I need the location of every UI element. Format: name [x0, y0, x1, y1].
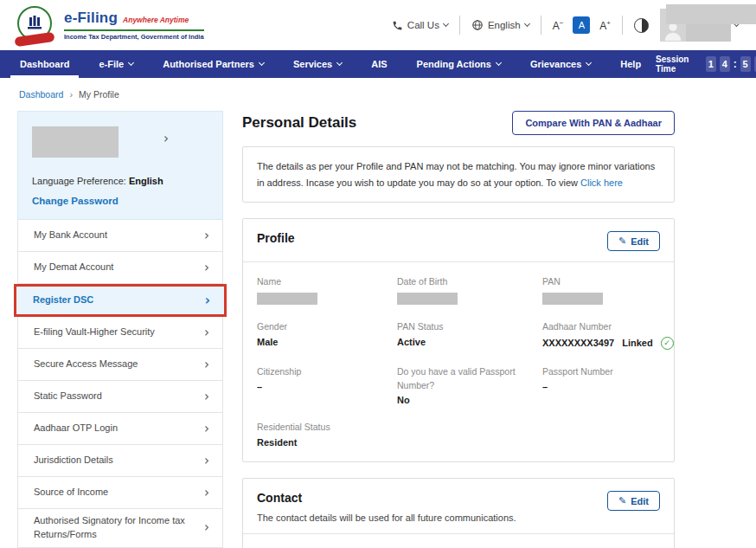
- field-pan-status: PAN Status Active: [397, 320, 542, 350]
- sidebar-item-my-bank-account[interactable]: My Bank Account›: [17, 219, 223, 252]
- divider: [459, 16, 460, 35]
- nav-e-file[interactable]: e-File: [84, 50, 148, 78]
- phone-icon: [392, 20, 403, 31]
- brand-tagline: Anywhere Anytime: [123, 16, 189, 24]
- efiling-logo: e-Filing Anywhere Anytime Income Tax Dep…: [16, 4, 204, 46]
- sidebar-item-source-of-income[interactable]: Source of Income›: [17, 476, 223, 509]
- profile-edit-button[interactable]: ✎ Edit: [607, 231, 660, 251]
- session-digit: 1: [706, 56, 716, 72]
- chevron-right-icon: ›: [204, 422, 209, 435]
- chevron-right-icon: ›: [204, 261, 209, 274]
- click-here-link[interactable]: Click here: [580, 177, 623, 188]
- chevron-right-icon: ›: [204, 229, 209, 242]
- redacted-header-block: [666, 4, 756, 24]
- nav-help[interactable]: Help: [605, 50, 656, 78]
- session-digit: 5: [740, 56, 751, 72]
- language-preference: Language Preference: English: [32, 176, 208, 186]
- contact-section-title: Contact: [257, 491, 516, 505]
- chevron-down-icon: [524, 21, 530, 27]
- nav-pending-actions[interactable]: Pending Actions: [402, 50, 516, 78]
- content: › Language Preference: English Change Pa…: [0, 107, 756, 548]
- session-colon: :: [734, 58, 737, 70]
- compare-pan-aadhaar-button[interactable]: Compare With PAN & Aadhaar: [512, 111, 675, 135]
- chevron-down-icon: [336, 60, 343, 66]
- main-content: Personal Details Compare With PAN & Aadh…: [242, 111, 675, 548]
- font-normal-button[interactable]: A: [573, 16, 590, 34]
- chevron-right-icon: ›: [205, 294, 210, 307]
- globe-icon: [471, 19, 484, 31]
- font-increase-button[interactable]: A+: [599, 19, 611, 32]
- pencil-icon: ✎: [618, 235, 626, 247]
- field-name: Name: [257, 275, 397, 305]
- contrast-toggle-icon[interactable]: [634, 18, 649, 33]
- chevron-right-icon: ›: [204, 326, 209, 339]
- profile-section-title: Profile: [257, 231, 295, 245]
- chevron-right-icon: ›: [204, 455, 209, 467]
- main-navbar: Dashboard e-File Authorised Partners Ser…: [0, 50, 756, 78]
- nav-authorised-partners[interactable]: Authorised Partners: [148, 50, 279, 78]
- language-label: English: [488, 20, 521, 30]
- nav-dashboard[interactable]: Dashboard: [5, 50, 84, 78]
- font-decrease-button[interactable]: A−: [553, 19, 564, 32]
- sidebar-menu: My Bank Account› My Demat Account› Regis…: [17, 219, 223, 548]
- linked-check-icon: ✓: [661, 337, 674, 350]
- breadcrumb-dashboard-link[interactable]: Dashboard: [19, 89, 63, 100]
- sidebar-item-aadhaar-otp-login[interactable]: Aadhaar OTP Login›: [17, 412, 223, 445]
- linked-badge: Linked: [622, 338, 652, 348]
- session-digit: 4: [720, 56, 730, 72]
- redacted-user-name: [32, 126, 119, 158]
- session-time-label: Session Time: [656, 55, 700, 74]
- chevron-down-icon: [586, 60, 592, 66]
- breadcrumb-current: My Profile: [79, 89, 119, 100]
- income-tax-emblem-icon: [16, 4, 55, 46]
- field-passport-number: Passport Number –: [542, 365, 674, 406]
- brand-title: e-Filing: [64, 10, 118, 27]
- sidebar-item-jurisdiction-details[interactable]: Jurisdiction Details›: [17, 444, 223, 477]
- chevron-down-icon: [259, 60, 265, 66]
- profile-card: Profile ✎ Edit Name Date of Birth PAN: [242, 218, 675, 462]
- sidebar-item-efiling-vault[interactable]: E-filing Vault-Higher Security›: [17, 316, 223, 349]
- divider: [622, 16, 623, 35]
- session-timer: Session Time 1 4 : 5 5: [656, 50, 756, 78]
- sidebar-item-static-password[interactable]: Static Password›: [17, 380, 223, 413]
- field-citizenship: Citizenship –: [257, 365, 397, 406]
- sidebar-item-my-demat-account[interactable]: My Demat Account›: [17, 251, 223, 284]
- ashoka-pillar-icon: [28, 16, 42, 31]
- field-residential-status: Residential Status Resident: [257, 421, 397, 448]
- page-title: Personal Details: [242, 114, 356, 132]
- chevron-down-icon: [128, 60, 134, 66]
- header: e-Filing Anywhere Anytime Income Tax Dep…: [0, 0, 756, 50]
- nav-ais[interactable]: AIS: [356, 50, 401, 78]
- field-aadhaar-number: Aadhaar Number XXXXXXXX3497 Linked ✓: [542, 320, 674, 350]
- chevron-right-icon: ›: [163, 132, 169, 145]
- chevron-right-icon: ›: [204, 521, 209, 534]
- chevron-right-icon: ›: [204, 390, 209, 403]
- nav-grievances[interactable]: Grievances: [516, 50, 605, 78]
- pan-mismatch-notice: The details as per your Profile and PAN …: [242, 146, 675, 203]
- contact-edit-button[interactable]: ✎ Edit: [607, 491, 660, 511]
- nav-services[interactable]: Services: [279, 50, 356, 78]
- profile-sidebar: › Language Preference: English Change Pa…: [17, 111, 223, 548]
- redacted-value: [542, 293, 603, 305]
- field-pan: PAN: [542, 275, 674, 305]
- font-size-controls: A− A A+: [553, 16, 611, 34]
- chevron-right-icon: ›: [69, 89, 73, 100]
- redacted-value: [397, 293, 458, 305]
- pencil-icon: ✎: [618, 495, 626, 506]
- field-valid-passport: Do you have a valid Passport Number? No: [397, 365, 542, 406]
- breadcrumb: Dashboard › My Profile: [0, 78, 756, 107]
- field-gender: Gender Male: [257, 320, 397, 350]
- call-us-label: Call Us: [407, 20, 439, 30]
- sidebar-item-authorised-signatory[interactable]: Authorised Signatory for Income tax Retu…: [17, 508, 223, 548]
- divider: [541, 16, 541, 35]
- contact-card: Contact The contact details will be used…: [242, 478, 675, 548]
- user-summary-card[interactable]: › Language Preference: English Change Pa…: [17, 111, 223, 220]
- language-menu[interactable]: English: [471, 19, 529, 31]
- chevron-right-icon: ›: [204, 487, 209, 500]
- chevron-down-icon: [443, 21, 449, 27]
- sidebar-item-secure-access-message[interactable]: Secure Access Message›: [17, 348, 223, 381]
- call-us-menu[interactable]: Call Us: [392, 20, 448, 31]
- field-date-of-birth: Date of Birth: [397, 275, 542, 305]
- change-password-link[interactable]: Change Password: [32, 196, 208, 206]
- sidebar-item-register-dsc[interactable]: Register DSC›: [14, 284, 227, 317]
